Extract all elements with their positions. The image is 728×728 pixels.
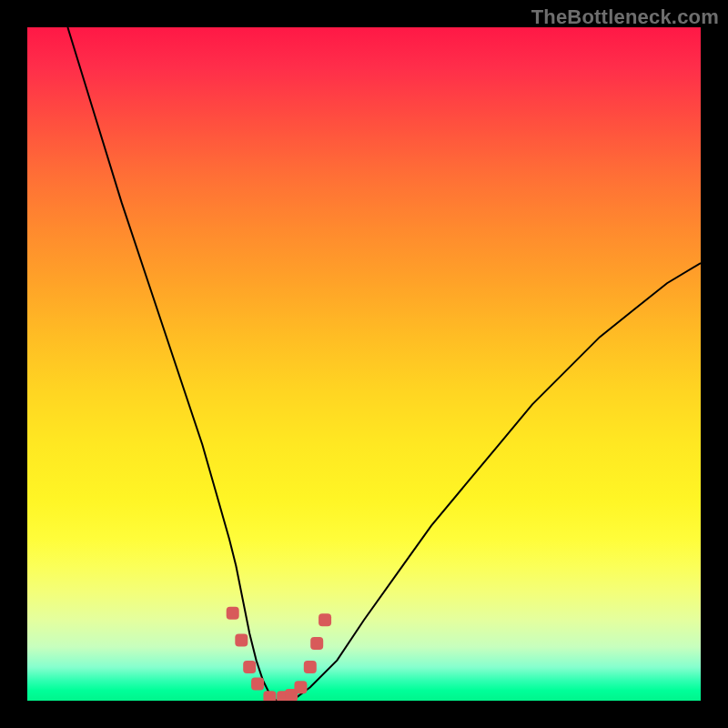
marker-point	[263, 691, 276, 701]
marker-point	[243, 661, 256, 673]
marker-point	[318, 613, 331, 626]
bottleneck-curve	[67, 27, 701, 701]
marker-point	[304, 661, 317, 673]
marker-point	[251, 678, 264, 691]
curve-layer	[27, 27, 701, 701]
marker-point	[235, 633, 248, 646]
chart-frame: TheBottleneck.com	[0, 0, 728, 728]
watermark-text: TheBottleneck.com	[531, 5, 719, 29]
curve-path	[67, 27, 701, 701]
marker-point	[227, 607, 239, 620]
highlight-markers	[227, 607, 331, 701]
marker-point	[294, 681, 307, 693]
plot-area	[27, 27, 701, 701]
marker-point	[310, 637, 323, 650]
